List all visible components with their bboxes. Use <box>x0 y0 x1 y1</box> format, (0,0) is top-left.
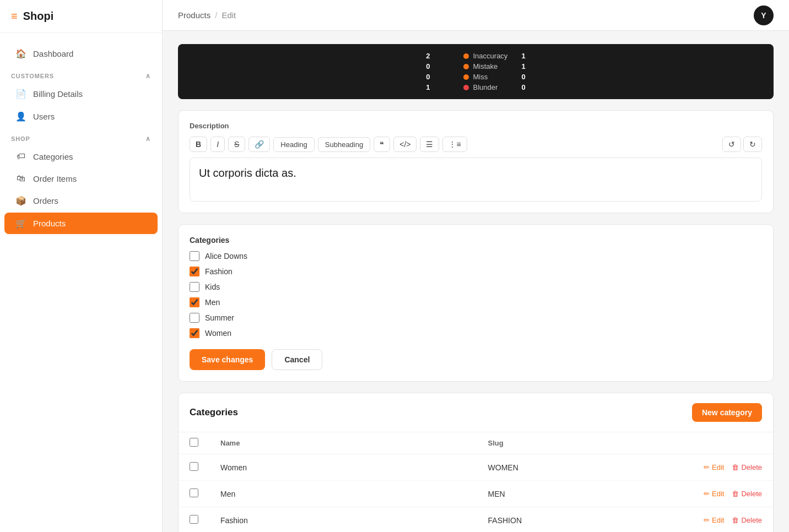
delete-button-men[interactable]: 🗑 Delete <box>732 490 762 498</box>
sidebar-item-order-items[interactable]: 🛍 Order Items <box>4 168 158 189</box>
dot-icon <box>463 64 469 69</box>
edit-button-fashion[interactable]: ✏ Edit <box>704 516 724 524</box>
edit-button-men[interactable]: ✏ Edit <box>704 490 724 498</box>
category-checkbox-women[interactable]: Women <box>190 328 762 338</box>
breadcrumb-separator: / <box>215 10 217 20</box>
form-actions: Save changes Cancel <box>190 349 762 370</box>
sidebar-item-products[interactable]: 🛒 Products <box>4 213 158 234</box>
chevron-up-icon[interactable]: ∧ <box>145 72 151 80</box>
chevron-up-icon[interactable]: ∧ <box>145 135 151 143</box>
table-header-row: Name Slug <box>179 432 773 454</box>
sidebar-item-billing-details[interactable]: 📄 Billing Details <box>4 83 158 105</box>
breadcrumb-root[interactable]: Products <box>178 10 210 20</box>
trash-icon: 🗑 <box>732 516 739 524</box>
delete-button-women[interactable]: 🗑 Delete <box>732 463 762 471</box>
undo-button[interactable]: ↺ <box>722 137 741 152</box>
checkbox-summer-input[interactable] <box>190 313 199 323</box>
avatar[interactable]: Y <box>754 6 774 25</box>
description-editor[interactable]: Ut corporis dicta as. <box>190 158 762 202</box>
dot-icon <box>463 53 469 59</box>
checkbox-alice-downs-input[interactable] <box>190 251 199 261</box>
sidebar-item-users[interactable]: 👤 Users <box>4 106 158 127</box>
sidebar-section-shop: SHOP ∧ <box>0 128 162 145</box>
row-actions: ✏ Edit 🗑 Delete <box>685 454 773 481</box>
banner-stats: Inaccuracy 1 Mistake 1 Miss 0 Blunder 0 <box>463 52 526 91</box>
categories-table: Name Slug Women WOMEN <box>179 432 773 532</box>
category-label-women: Women <box>205 329 231 338</box>
save-changes-button[interactable]: Save changes <box>190 349 265 370</box>
categories-table-card: Categories New category Name Slug <box>178 393 774 532</box>
cart-icon: 🛒 <box>15 218 26 229</box>
editor-toolbar: B I S 🔗 Heading Subheading ❝ </> ☰ ⋮≡ ↺ … <box>190 137 762 152</box>
edit-icon: ✏ <box>704 516 710 524</box>
row-checkbox[interactable] <box>190 488 198 497</box>
category-checkbox-alice-downs[interactable]: Alice Downs <box>190 251 762 261</box>
heading-button[interactable]: Heading <box>273 137 314 152</box>
main-content: Products / Edit Y 2 0 0 1 Inaccuracy 1 <box>163 0 789 532</box>
row-actions: ✏ Edit 🗑 Delete <box>685 507 773 533</box>
topbar: Products / Edit Y <box>163 0 789 31</box>
action-buttons: ✏ Edit 🗑 Delete <box>696 516 762 524</box>
sidebar-item-label: Products <box>33 219 66 228</box>
sidebar-item-label: Dashboard <box>33 49 73 58</box>
delete-button-fashion[interactable]: 🗑 Delete <box>732 516 762 524</box>
document-icon: 📄 <box>15 89 26 99</box>
category-checkbox-kids[interactable]: Kids <box>190 282 762 292</box>
edit-icon: ✏ <box>704 490 710 498</box>
table-row: Fashion FASHION ✏ Edit 🗑 Delete <box>179 507 773 533</box>
italic-button[interactable]: I <box>210 137 225 152</box>
strikethrough-button[interactable]: S <box>228 137 245 152</box>
checkbox-kids-input[interactable] <box>190 282 199 292</box>
app-name: Shopi <box>23 10 54 23</box>
description-label: Description <box>190 122 762 130</box>
page-content: 2 0 0 1 Inaccuracy 1 Mistake 1 Mis <box>163 31 789 532</box>
category-label-alice-downs: Alice Downs <box>205 252 247 260</box>
select-all-checkbox[interactable] <box>190 438 198 447</box>
row-checkbox-cell <box>179 454 209 481</box>
row-slug: FASHION <box>477 507 685 533</box>
category-checkbox-summer[interactable]: Summer <box>190 313 762 323</box>
action-buttons: ✏ Edit 🗑 Delete <box>696 490 762 498</box>
row-checkbox[interactable] <box>190 515 198 524</box>
cancel-button[interactable]: Cancel <box>272 349 322 370</box>
table-row: Men MEN ✏ Edit 🗑 Delete <box>179 481 773 507</box>
category-checkbox-men[interactable]: Men <box>190 297 762 307</box>
category-checkbox-fashion[interactable]: Fashion <box>190 267 762 276</box>
breadcrumb-current: Edit <box>221 10 236 20</box>
subheading-button[interactable]: Subheading <box>318 137 370 152</box>
stat-blunder: Blunder 0 <box>463 83 526 91</box>
bold-button[interactable]: B <box>190 137 207 152</box>
row-slug: WOMEN <box>477 454 685 481</box>
row-name: Women <box>209 454 477 481</box>
edit-button-women[interactable]: ✏ Edit <box>704 463 724 471</box>
menu-icon[interactable]: ≡ <box>11 10 18 23</box>
row-checkbox-cell <box>179 507 209 533</box>
sidebar-item-label: Billing Details <box>33 89 83 99</box>
sidebar-item-orders[interactable]: 📦 Orders <box>4 190 158 211</box>
sidebar-logo: ≡ Shopi <box>0 0 162 33</box>
row-checkbox-cell <box>179 481 209 507</box>
code-button[interactable]: </> <box>393 137 417 152</box>
link-button[interactable]: 🔗 <box>248 137 270 152</box>
checkbox-fashion-input[interactable] <box>190 267 199 276</box>
sidebar-item-dashboard[interactable]: 🏠 Dashboard <box>4 43 158 64</box>
row-actions: ✏ Edit 🗑 Delete <box>685 481 773 507</box>
quote-button[interactable]: ❝ <box>374 137 390 152</box>
category-label-summer: Summer <box>205 313 234 322</box>
stat-mistake: Mistake 1 <box>463 62 526 70</box>
checkbox-women-input[interactable] <box>190 328 199 338</box>
trash-icon: 🗑 <box>732 463 739 471</box>
sidebar-item-categories[interactable]: 🏷 Categories <box>4 146 158 167</box>
bag-icon: 🛍 <box>15 173 26 183</box>
redo-button[interactable]: ↻ <box>743 137 762 152</box>
categories-checkbox-list: Alice Downs Fashion Kids Men Summer <box>190 251 762 338</box>
unordered-list-button[interactable]: ☰ <box>420 137 439 152</box>
row-name: Men <box>209 481 477 507</box>
ordered-list-button[interactable]: ⋮≡ <box>442 137 467 152</box>
checkbox-men-input[interactable] <box>190 297 199 307</box>
dot-icon <box>463 85 469 90</box>
new-category-button[interactable]: New category <box>692 403 762 422</box>
row-slug: MEN <box>477 481 685 507</box>
row-checkbox[interactable] <box>190 462 198 471</box>
th-name: Name <box>209 432 477 454</box>
